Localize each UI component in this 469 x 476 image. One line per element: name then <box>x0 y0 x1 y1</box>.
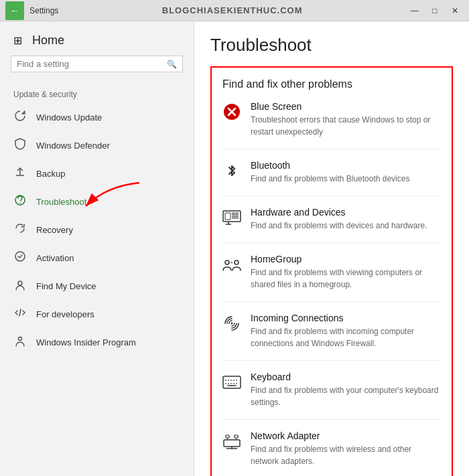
problem-info: Bluetooth Find and fix problems with Blu… <box>251 160 409 185</box>
search-box[interactable]: 🔍 <box>11 56 183 72</box>
sidebar-item-windows-update[interactable]: Windows Update <box>0 103 194 131</box>
window-controls: — □ ✕ <box>406 4 464 17</box>
keyboard-icon <box>222 373 241 392</box>
sidebar-item-label: Find My Device <box>36 281 180 291</box>
troubleshoot-icon <box>13 194 27 209</box>
sidebar-item-backup[interactable]: Backup <box>0 159 194 187</box>
sidebar-item-label: Windows Defender <box>36 141 180 151</box>
problem-desc: Find and fix problems with devices and h… <box>251 220 427 232</box>
svg-point-7 <box>19 337 22 341</box>
problem-item-keyboard[interactable]: Keyboard Find and fix problems with your… <box>222 372 441 420</box>
svg-point-20 <box>234 260 239 264</box>
homegroup-icon <box>222 255 241 274</box>
problem-name: Keyboard <box>251 372 441 382</box>
page-title: Troubleshoot <box>210 35 453 56</box>
problem-name: Blue Screen <box>251 101 441 112</box>
close-button[interactable]: ✕ <box>446 4 464 17</box>
problem-info: Blue Screen Troubleshoot errors that cau… <box>251 101 441 138</box>
sidebar-item-activation[interactable]: Activation <box>0 244 194 272</box>
problem-item-incoming[interactable]: Incoming Connections Find and fix proble… <box>222 313 441 361</box>
problem-item-blue-screen[interactable]: Blue Screen Troubleshoot errors that cau… <box>222 101 441 149</box>
problem-item-homegroup[interactable]: HomeGroup Find and fix problems with vie… <box>222 254 441 302</box>
svg-point-3 <box>19 203 21 204</box>
sidebar-section-title: Update & security <box>0 83 194 103</box>
problem-name: Bluetooth <box>251 160 409 171</box>
problem-name: Network Adapter <box>251 430 441 441</box>
bluetooth-icon <box>222 161 241 180</box>
title-bar-left: ← Settings <box>5 1 58 20</box>
back-button[interactable]: ← <box>5 1 24 20</box>
problem-info: Incoming Connections Find and fix proble… <box>251 313 441 349</box>
sidebar-item-for-developers[interactable]: For developers <box>0 300 194 328</box>
app-container: ⊞ Home 🔍 Update & security Windows Updat… <box>0 21 469 476</box>
problem-item-hardware[interactable]: Hardware and Devices Find and fix proble… <box>222 207 441 243</box>
svg-rect-14 <box>232 216 234 218</box>
problem-name: Incoming Connections <box>251 313 441 323</box>
svg-rect-13 <box>232 213 234 215</box>
recovery-icon <box>13 222 27 237</box>
sidebar-item-label: Windows Insider Program <box>36 337 180 347</box>
title-bar: ← Settings BLOGCHIASEKIENTHUC.COM — □ ✕ <box>0 0 469 21</box>
search-input[interactable] <box>17 59 167 69</box>
sidebar-item-label: Recovery <box>36 225 180 235</box>
minimize-button[interactable]: — <box>406 4 423 17</box>
svg-point-5 <box>18 281 22 285</box>
hardware-icon <box>222 208 241 227</box>
problem-info: HomeGroup Find and fix problems with vie… <box>251 254 441 291</box>
sidebar-home[interactable]: ⊞ Home <box>0 21 194 56</box>
watermark: BLOGCHIASEKIENTHUC.COM <box>162 5 303 15</box>
svg-rect-12 <box>225 213 230 220</box>
svg-line-6 <box>19 309 21 316</box>
problem-desc: Find and fix problems with wireless and … <box>251 443 441 467</box>
problem-desc: Troubleshoot errors that cause Windows t… <box>251 114 441 138</box>
problem-info: Hardware and Devices Find and fix proble… <box>251 207 427 232</box>
defender-icon <box>13 138 27 153</box>
svg-rect-35 <box>224 440 240 447</box>
main-content: Troubleshoot Find and fix other problems… <box>194 21 469 476</box>
sidebar-item-recovery[interactable]: Recovery <box>0 216 194 244</box>
activation-icon <box>13 250 27 265</box>
bluescreen-icon <box>222 102 241 121</box>
problem-desc: Find and fix problems with your computer… <box>251 384 441 408</box>
maximize-button[interactable]: □ <box>426 4 444 17</box>
svg-point-19 <box>225 260 229 264</box>
svg-rect-15 <box>236 213 238 215</box>
sidebar-item-label: Activation <box>36 253 180 263</box>
svg-rect-38 <box>226 435 229 438</box>
sidebar: ⊞ Home 🔍 Update & security Windows Updat… <box>0 21 194 476</box>
svg-rect-16 <box>236 216 238 218</box>
sidebar-item-find-my-device[interactable]: Find My Device <box>0 272 194 300</box>
problem-info: Keyboard Find and fix problems with your… <box>251 372 441 408</box>
app-title: Settings <box>29 6 58 15</box>
problem-item-bluetooth[interactable]: Bluetooth Find and fix problems with Blu… <box>222 160 441 196</box>
search-icon: 🔍 <box>167 60 177 69</box>
problem-info: Network Adapter Find and fix problems wi… <box>251 430 441 467</box>
problem-desc: Find and fix problems with viewing compu… <box>251 266 441 291</box>
insider-icon <box>13 335 27 349</box>
problem-desc: Find and fix problems with incoming comp… <box>251 325 441 349</box>
incoming-icon <box>222 314 241 333</box>
sidebar-item-windows-insider[interactable]: Windows Insider Program <box>0 328 194 356</box>
svg-rect-39 <box>234 435 238 438</box>
sidebar-item-label: Windows Update <box>36 112 180 123</box>
sidebar-item-label: Troubleshoot <box>36 197 180 207</box>
network-icon <box>222 432 241 451</box>
sidebar-item-label: Backup <box>36 169 180 179</box>
troubleshoot-box: Find and fix other problems Blue Screen … <box>210 66 453 476</box>
windows-update-icon <box>13 110 27 125</box>
developers-icon <box>13 307 27 321</box>
problem-name: HomeGroup <box>251 254 441 264</box>
problem-item-network[interactable]: Network Adapter Find and fix problems wi… <box>222 430 441 476</box>
sidebar-item-troubleshoot[interactable]: Troubleshoot <box>0 187 194 216</box>
find-device-icon <box>13 279 27 293</box>
backup-icon <box>13 166 27 181</box>
sidebar-item-windows-defender[interactable]: Windows Defender <box>0 131 194 159</box>
svg-point-22 <box>231 323 233 325</box>
section-title: Find and fix other problems <box>222 78 441 90</box>
problem-desc: Find and fix problems with Bluetooth dev… <box>251 173 409 185</box>
sidebar-item-label: For developers <box>36 309 180 319</box>
svg-rect-23 <box>223 376 241 388</box>
problem-name: Hardware and Devices <box>251 207 427 218</box>
